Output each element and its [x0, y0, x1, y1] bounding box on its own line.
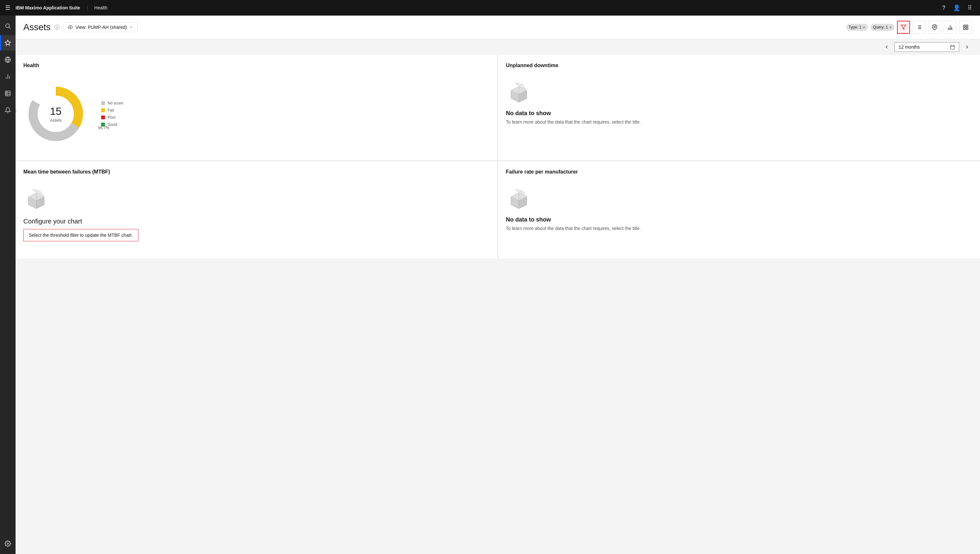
legend-dot-fair [101, 109, 105, 112]
unplanned-downtime-card: Unplanned downtime No data to show To le… [498, 55, 980, 161]
top-nav-right: ? 👤 ⠿ [939, 3, 975, 13]
type-filter-close[interactable]: ✕ [863, 26, 865, 29]
app-suite-name: IBM Maximo Application Suite [16, 5, 80, 10]
svg-point-12 [7, 543, 9, 544]
failure-rate-card: Failure rate per manufacturer No data to… [498, 161, 980, 259]
failure-rate-empty-box-icon [506, 188, 532, 214]
legend-label-fair: Fair [108, 108, 115, 113]
health-card-title[interactable]: Health [23, 62, 490, 69]
sidebar-item-list[interactable] [0, 86, 16, 101]
donut-center: 15 Assets [50, 105, 62, 123]
user-icon[interactable]: 👤 [951, 3, 962, 13]
legend-label-no-score: No score [108, 101, 123, 105]
map-pin-icon [932, 24, 937, 30]
info-icon[interactable]: i [54, 25, 60, 30]
list-icon [916, 24, 922, 30]
legend-item-poor: Poor [101, 115, 123, 120]
query-filter-close[interactable]: ✕ [889, 26, 892, 29]
assets-label: Assets [50, 118, 62, 123]
sidebar-item-favorites[interactable] [0, 35, 16, 51]
filter-button[interactable] [897, 21, 910, 34]
legend-label-poor: Poor [108, 115, 116, 120]
svg-rect-27 [966, 25, 968, 27]
map-view-button[interactable] [928, 21, 941, 34]
time-range-bar: 12 months [16, 39, 980, 55]
health-legend: No score Fair Poor Good [101, 101, 123, 127]
svg-point-0 [5, 24, 10, 27]
legend-dot-poor [101, 115, 105, 119]
view-dropdown[interactable]: View: PUMP-AH (shared) [64, 22, 137, 32]
top-navigation: ☰ IBM Maximo Application Suite | Health … [0, 0, 980, 16]
mtbf-empty-box-icon [23, 188, 49, 214]
time-range-label: 12 months [899, 45, 920, 49]
failure-rate-empty-state: No data to show To learn more about the … [506, 181, 972, 238]
type-filter-tag[interactable]: Type: 1 ✕ [846, 24, 868, 31]
failure-rate-empty-title: No data to show [506, 216, 551, 223]
unplanned-downtime-empty-subtitle: To learn more about the data that the ch… [506, 119, 641, 125]
mtbf-configure-hint: Select the threshold filter to update th… [23, 229, 138, 241]
svg-line-1 [9, 27, 11, 29]
list-view-button[interactable] [913, 21, 926, 34]
mtbf-configure-state: Configure your chart Select the threshol… [23, 181, 490, 248]
sidebar-item-settings[interactable] [0, 536, 16, 551]
sidebar-item-alerts[interactable] [0, 102, 16, 118]
svg-marker-2 [5, 40, 11, 45]
time-next-button[interactable] [962, 42, 972, 52]
sidebar-item-chart[interactable] [0, 69, 16, 84]
charts-grid: Health 33.3% 66.7% 15 Assets [16, 55, 980, 259]
time-prev-button[interactable] [881, 42, 892, 52]
mtbf-card: Mean time between failures (MTBF) Config… [16, 161, 498, 259]
svg-rect-26 [964, 25, 965, 27]
view-label: View: PUMP-AH (shared) [75, 25, 127, 30]
sidebar-item-location[interactable] [0, 52, 16, 67]
mtbf-configure-title: Configure your chart [23, 218, 82, 225]
header-right: Type: 1 ✕ Query: 1 ✕ [846, 21, 972, 34]
mtbf-card-title[interactable]: Mean time between failures (MTBF) [23, 169, 490, 175]
eye-icon [68, 25, 73, 30]
health-chart-container: 33.3% 66.7% 15 Assets [23, 75, 490, 153]
main-content: Assets i View: PUMP-AH (shared) Type: 1 … [16, 16, 980, 554]
svg-rect-30 [950, 45, 955, 49]
grid-view-button[interactable] [959, 21, 972, 34]
failure-rate-empty-subtitle: To learn more about the data that the ch… [506, 226, 641, 231]
failure-rate-title[interactable]: Failure rate per manufacturer [506, 169, 972, 175]
nav-divider: | [86, 5, 88, 10]
svg-point-13 [70, 27, 71, 28]
apps-icon[interactable]: ⠿ [964, 3, 975, 13]
svg-rect-8 [5, 91, 10, 96]
no-score-percent-label: 66.7% [98, 126, 109, 130]
help-icon[interactable]: ? [939, 3, 949, 13]
legend-item-fair: Fair [101, 108, 123, 113]
left-sidebar [0, 16, 16, 554]
health-card: Health 33.3% 66.7% 15 Assets [16, 55, 498, 161]
analytics-view-button[interactable] [944, 21, 957, 34]
filter-icon [900, 24, 907, 30]
query-filter-label: Query: 1 [873, 25, 888, 30]
svg-point-21 [934, 26, 935, 27]
bar-chart-icon [947, 24, 953, 30]
svg-marker-14 [901, 25, 906, 30]
unplanned-downtime-empty-state: No data to show To learn more about the … [506, 75, 972, 131]
page-title: Assets [23, 22, 51, 32]
svg-rect-29 [966, 28, 968, 30]
calendar-icon[interactable] [950, 45, 955, 49]
query-filter-tag[interactable]: Query: 1 ✕ [870, 24, 894, 31]
legend-item-no-score: No score [101, 101, 123, 105]
module-name: Health [94, 5, 107, 10]
grid-icon [963, 24, 969, 30]
empty-box-icon [506, 81, 532, 107]
type-filter-label: Type: 1 [849, 25, 861, 30]
unplanned-downtime-empty-title: No data to show [506, 110, 551, 117]
chevron-down-icon [129, 25, 133, 29]
legend-dot-no-score [101, 101, 105, 105]
assets-count: 15 [50, 105, 62, 117]
time-range-display: 12 months [894, 42, 959, 52]
hamburger-menu[interactable]: ☰ [5, 4, 10, 11]
svg-rect-28 [964, 28, 965, 30]
unplanned-downtime-title[interactable]: Unplanned downtime [506, 62, 972, 69]
page-header: Assets i View: PUMP-AH (shared) Type: 1 … [16, 16, 980, 39]
sidebar-item-search[interactable] [0, 18, 16, 34]
